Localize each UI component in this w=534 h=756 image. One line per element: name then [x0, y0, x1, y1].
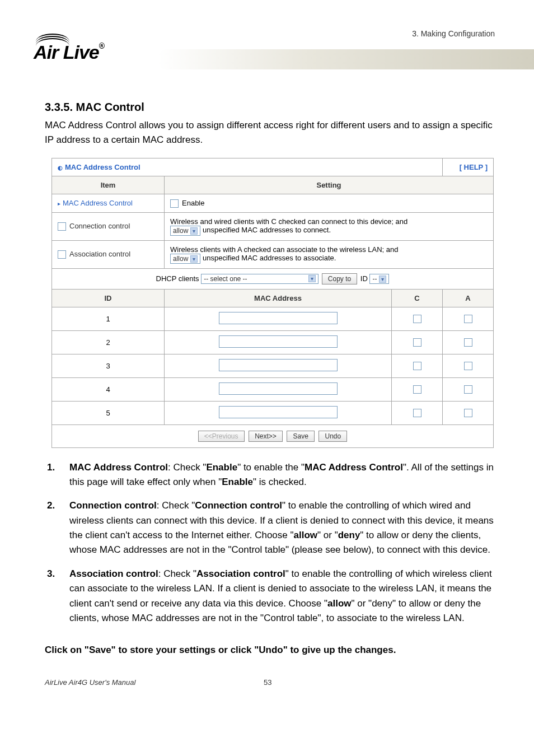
mac-input-1[interactable]: [219, 312, 338, 324]
mac-control-panel: ◐MAC Address Control [ HELP ] Item Setti…: [51, 158, 494, 448]
list-item: 1. MAC Address Control: Check "Enable" t…: [47, 460, 500, 490]
a-checkbox-1[interactable]: [464, 315, 472, 323]
c-checkbox-5[interactable]: [413, 409, 421, 417]
chevron-down-icon: ▾: [190, 255, 198, 263]
panel-footer: <<Previous Next>> Save Undo: [52, 424, 494, 447]
col-a: A: [443, 289, 494, 307]
connection-control-row: Connection control: [52, 212, 165, 240]
chevron-down-icon: ▾: [379, 276, 386, 283]
footer-left: AirLive Air4G User's Manual: [45, 678, 135, 687]
header-band: [157, 49, 534, 69]
logo: Air Live®: [34, 34, 104, 63]
a-checkbox-5[interactable]: [464, 409, 472, 417]
previous-button[interactable]: <<Previous: [198, 431, 245, 442]
c-checkbox-3[interactable]: [413, 362, 421, 370]
logo-reg: ®: [99, 41, 104, 50]
section-title: 3.3.5. MAC Control: [45, 101, 500, 114]
association-control-desc: Wireless clients with A checked can asso…: [165, 240, 494, 268]
table-row: 2: [52, 330, 494, 354]
table-row: 1: [52, 307, 494, 330]
save-button[interactable]: Save: [287, 431, 314, 442]
mac-input-4[interactable]: [219, 382, 338, 395]
mac-input-5[interactable]: [219, 406, 338, 418]
help-link[interactable]: [ HELP ]: [443, 158, 494, 176]
connection-control-checkbox[interactable]: [58, 222, 66, 231]
table-row: 3: [52, 354, 494, 377]
page-header: 3. Making Configuration Air Live®: [45, 17, 500, 90]
a-checkbox-3[interactable]: [464, 362, 472, 370]
col-mac: MAC Address: [165, 289, 392, 307]
c-checkbox-2[interactable]: [413, 338, 421, 347]
closing-note: Click on "Save" to store your settings o…: [45, 645, 500, 656]
id-select[interactable]: --▾: [369, 274, 389, 284]
mac-input-2[interactable]: [219, 335, 338, 348]
dhcp-row: DHCP clients -- select one --▾ Copy to I…: [52, 268, 494, 289]
breadcrumb: 3. Making Configuration: [412, 29, 495, 38]
table-row: 4: [52, 377, 494, 401]
mac-address-control-row: ▸MAC Address Control: [52, 194, 165, 212]
enable-label: Enable: [182, 199, 204, 207]
col-item: Item: [52, 176, 165, 194]
next-button[interactable]: Next>>: [249, 431, 283, 442]
a-checkbox-4[interactable]: [464, 385, 472, 394]
copy-to-button[interactable]: Copy to: [322, 273, 357, 284]
panel-title: ◐MAC Address Control: [52, 158, 443, 176]
description-list: 1. MAC Address Control: Check "Enable" t…: [47, 460, 500, 626]
chevron-down-icon: ▾: [308, 275, 316, 282]
col-c: C: [392, 289, 443, 307]
section-lead: MAC Address Control allows you to assign…: [45, 118, 500, 148]
col-id: ID: [52, 289, 165, 307]
association-allow-select[interactable]: allow▾: [170, 254, 200, 264]
table-row: 5: [52, 401, 494, 424]
list-item: 2. Connection control: Check "Connection…: [47, 498, 500, 557]
association-control-row: Association control: [52, 240, 165, 268]
undo-button[interactable]: Undo: [318, 431, 347, 442]
enable-checkbox[interactable]: [170, 199, 179, 208]
association-control-checkbox[interactable]: [58, 250, 66, 259]
mac-input-3[interactable]: [219, 359, 338, 371]
page-number: 53: [264, 678, 271, 687]
c-checkbox-4[interactable]: [413, 385, 421, 394]
dhcp-select[interactable]: -- select one --▾: [201, 274, 318, 284]
list-item: 3. Association control: Check "Associati…: [47, 567, 500, 626]
connection-control-desc: Wireless and wired clients with C checke…: [165, 212, 494, 240]
connection-allow-select[interactable]: allow▾: [170, 226, 200, 236]
c-checkbox-1[interactable]: [413, 315, 421, 323]
chevron-down-icon: ▾: [190, 227, 198, 235]
a-checkbox-2[interactable]: [464, 338, 472, 347]
page-footer: AirLive Air4G User's Manual 53: [45, 678, 500, 687]
col-setting: Setting: [165, 176, 494, 194]
